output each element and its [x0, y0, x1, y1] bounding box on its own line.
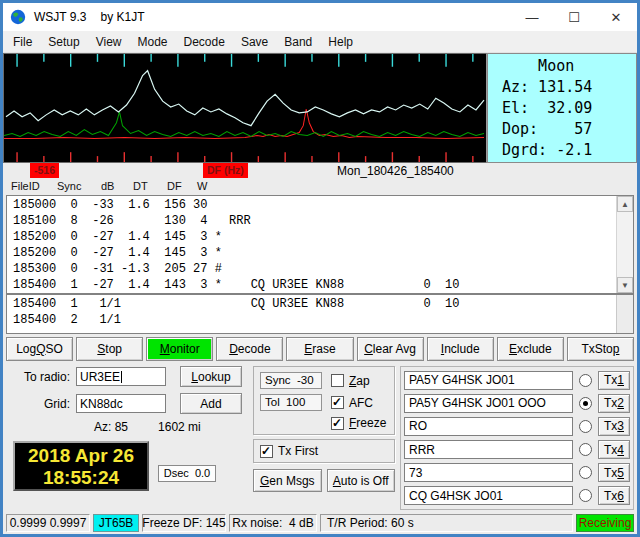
params-panel: Sync -30 Zap Tol 100 AFC [253, 366, 395, 510]
tx2-select-radio[interactable] [579, 397, 592, 410]
tx-first-group: Tx First [253, 439, 395, 463]
lookup-button[interactable]: Lookup [180, 366, 242, 387]
monitor-button[interactable]: Monitor [146, 337, 213, 361]
clock-display: 2018 Apr 26 18:55:24 [13, 441, 149, 491]
erase-button[interactable]: Erase [286, 337, 353, 361]
tx-first-checkbox-box[interactable] [260, 445, 273, 458]
tx2-button[interactable]: Tx2 [598, 394, 630, 413]
decode-output[interactable]: 185000 0 -33 1.6 156 30 185100 8 -26 130… [6, 195, 634, 294]
decode-scrollbar[interactable]: ▲ ▼ [616, 196, 633, 293]
globe-app-icon [10, 9, 26, 25]
graph-row: Moon Az: 131.54 El: 32.09 Dop: 57 Dgrd: … [3, 53, 637, 163]
sync-group: Sync -30 Zap Tol 100 AFC [253, 366, 395, 435]
txstop-button[interactable]: TxStop [567, 337, 634, 361]
clear-avg-button[interactable]: Clear Avg [357, 337, 424, 361]
status-tr-period: T/R Period: 60 s [320, 514, 573, 532]
tx6-message-input[interactable]: CQ G4HSK JO01 [404, 486, 573, 505]
tx1-message-input[interactable]: PA5Y G4HSK JO01 [404, 371, 573, 390]
window-title-by: by K1JT [100, 10, 144, 24]
zap-checkbox[interactable]: Zap [331, 374, 370, 388]
distance-label: 1602 mi [158, 420, 201, 434]
status-rx-state-badge: Receiving [576, 514, 634, 532]
tx-row-3: RO Tx3 [404, 416, 630, 436]
file-stamp: Mon_180426_185400 [337, 164, 454, 178]
scroll-down-button[interactable]: ▼ [617, 277, 633, 293]
gen-msgs-button[interactable]: Gen Msgs [253, 469, 322, 492]
decode-line[interactable]: 185100 8 -26 130 4 RRR [13, 213, 616, 229]
menu-item-save[interactable]: Save [233, 32, 276, 52]
decode-line[interactable]: 185200 0 -27 1.4 145 3 * [13, 245, 616, 261]
exclude-button[interactable]: Exclude [497, 337, 564, 361]
decode-line[interactable]: 185300 0 -31 -1.3 205 27 # [13, 261, 616, 277]
tx4-button[interactable]: Tx4 [598, 440, 630, 459]
avg-decode-line[interactable]: 185400 1 1/1 CQ UR3EE KN88 0 10 [13, 296, 616, 312]
spectrum-plot[interactable] [4, 54, 486, 162]
tx6-button[interactable]: Tx6 [598, 486, 630, 505]
tx5-button[interactable]: Tx5 [598, 463, 630, 482]
text-caret [121, 371, 122, 383]
tol-display[interactable]: Tol 100 [260, 394, 322, 411]
azimuth-label: Az: 85 [94, 420, 128, 434]
decode-button[interactable]: Decode [216, 337, 283, 361]
status-sync-ratio: 0.9999 0.9997 [6, 514, 90, 532]
status-bar: 0.9999 0.9997 JT65B Freeze DF: 145 Rx no… [3, 512, 637, 534]
add-button[interactable]: Add [180, 393, 242, 414]
plot-label-row: -516 DF (Hz) Mon_180426_185400 [3, 163, 637, 180]
moon-degrade: Dgrd: -2.1 [502, 140, 636, 161]
header-df: DF [167, 180, 197, 195]
freq-low-chip: -516 [30, 163, 59, 178]
menu-item-decode[interactable]: Decode [176, 32, 233, 52]
stop-button[interactable]: Stop [76, 337, 143, 361]
to-radio-input[interactable]: UR3EE [76, 367, 166, 386]
status-freeze-df: Freeze DF: 145 [142, 514, 226, 532]
freeze-checkbox[interactable]: Freeze [331, 416, 386, 430]
header-fileid: FileID [11, 180, 57, 195]
menu-item-view[interactable]: View [88, 32, 130, 52]
decode-line[interactable]: 185000 0 -33 1.6 156 30 [13, 197, 616, 213]
tx5-message-input[interactable]: 73 [404, 463, 573, 482]
minimize-button[interactable]: — [511, 3, 553, 31]
tx1-button[interactable]: Tx1 [598, 371, 630, 390]
auto-button[interactable]: Auto is Off [327, 469, 396, 492]
tx2-message-input[interactable]: PA5Y G4HSK JO01 OOO [404, 394, 573, 413]
tx-row-5: 73 Tx5 [404, 463, 630, 483]
scroll-up-button[interactable]: ▲ [617, 196, 633, 212]
tx4-select-radio[interactable] [579, 443, 592, 456]
menu-item-band[interactable]: Band [276, 32, 320, 52]
zap-checkbox-box[interactable] [331, 374, 344, 387]
moon-title: Moon [502, 56, 636, 77]
tx-first-checkbox[interactable]: Tx First [260, 444, 388, 458]
tx4-message-input[interactable]: RRR [404, 440, 573, 459]
menu-bar: File Setup View Mode Decode Save Band He… [3, 31, 637, 53]
afc-checkbox[interactable]: AFC [331, 396, 373, 410]
avg-decode-line[interactable]: 185400 2 1/1 [13, 312, 616, 328]
tx1-select-radio[interactable] [579, 374, 592, 387]
decode-line[interactable]: 185200 0 -27 1.4 145 3 * [13, 229, 616, 245]
to-radio-label: To radio: [6, 370, 76, 384]
grid-input[interactable]: KN88dc [76, 394, 166, 413]
station-panel: To radio: UR3EE Lookup Grid: KN88dc Add … [6, 366, 248, 510]
menu-item-help[interactable]: Help [320, 32, 361, 52]
freeze-checkbox-box[interactable] [331, 417, 344, 430]
header-db: dB [101, 180, 133, 195]
scrollbar-track[interactable] [617, 212, 633, 277]
menu-item-mode[interactable]: Mode [130, 32, 176, 52]
afc-checkbox-box[interactable] [331, 396, 344, 409]
spectrum-panel[interactable] [3, 53, 487, 163]
tx5-select-radio[interactable] [579, 466, 592, 479]
menu-item-file[interactable]: File [5, 32, 40, 52]
tx3-select-radio[interactable] [579, 420, 592, 433]
close-button[interactable]: ✕ [595, 3, 637, 31]
log-qso-button[interactable]: Log QSO [6, 337, 73, 361]
tx3-message-input[interactable]: RO [404, 417, 573, 436]
avg-decode-output[interactable]: 185400 1 1/1 CQ UR3EE KN88 0 10 185400 2… [6, 294, 634, 334]
sync-display[interactable]: Sync -30 [260, 372, 322, 389]
menu-item-setup[interactable]: Setup [40, 32, 87, 52]
tx3-button[interactable]: Tx3 [598, 417, 630, 436]
afc-checkbox-label: AFC [349, 396, 373, 410]
maximize-button[interactable]: ☐ [553, 3, 595, 31]
tx6-select-radio[interactable] [579, 489, 592, 502]
decode-line[interactable]: 185400 1 -27 1.4 143 3 * CQ UR3EE KN88 0… [13, 277, 616, 293]
controls-area: To radio: UR3EE Lookup Grid: KN88dc Add … [6, 366, 634, 510]
include-button[interactable]: Include [427, 337, 494, 361]
